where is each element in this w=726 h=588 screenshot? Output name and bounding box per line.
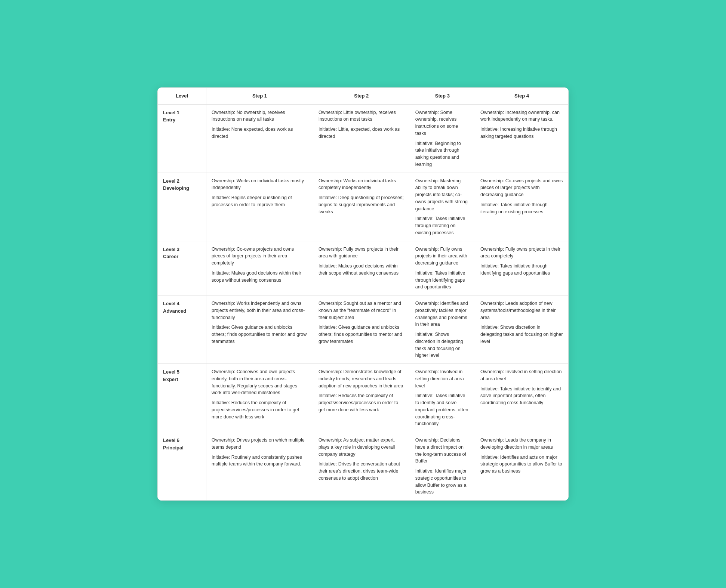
cell-3-2: Ownership: Identifies and proactively ta… xyxy=(410,295,475,364)
cell-paragraph: Initiative: Takes initiative through ide… xyxy=(415,270,470,291)
cell-paragraph: Initiative: Takes initiative through ide… xyxy=(480,263,563,277)
cell-5-0: Ownership: Drives projects on which mult… xyxy=(206,432,313,501)
cell-paragraph: Initiative: Increasing initiative throug… xyxy=(480,126,563,140)
cell-paragraph: Ownership: Fully owns projects in their … xyxy=(319,246,404,260)
level-cell-2: Level 3Career xyxy=(158,241,206,295)
table-row: Level 2DevelopingOwnership: Works on ind… xyxy=(158,173,569,241)
levels-table: Level Step 1 Step 2 Step 3 Step 4 Level … xyxy=(157,87,569,501)
cell-1-3: Ownership: Co-owns projects and owns pie… xyxy=(475,173,569,241)
cell-paragraph: Ownership: Fully owns projects in their … xyxy=(480,246,563,260)
cell-paragraph: Initiative: Makes good decisions within … xyxy=(212,270,308,284)
cell-paragraph: Ownership: Works independently and owns … xyxy=(212,300,308,321)
cell-paragraph: Initiative: None expected, does work as … xyxy=(212,126,308,140)
cell-paragraph: Ownership: Co-owns projects and owns pie… xyxy=(480,177,563,198)
cell-paragraph: Ownership: Increasing ownership, can wor… xyxy=(480,109,563,123)
cell-paragraph: Ownership: Leads the company in developi… xyxy=(480,437,563,451)
cell-0-2: Ownership: Some ownership, receives inst… xyxy=(410,104,475,173)
cell-paragraph: Initiative: Identifies major strategic o… xyxy=(415,468,470,496)
cell-paragraph: Ownership: Conceives and own projects en… xyxy=(212,368,308,396)
table-row: Level 6PrincipalOwnership: Drives projec… xyxy=(158,432,569,501)
cell-paragraph: Ownership: Mastering ability to break do… xyxy=(415,177,470,213)
cell-2-3: Ownership: Fully owns projects in their … xyxy=(475,241,569,295)
cell-paragraph: Ownership: Leads adoption of new systems… xyxy=(480,300,563,321)
cell-paragraph: Initiative: Drives the conversation abou… xyxy=(319,461,404,482)
cell-paragraph: Initiative: Gives guidance and unblocks … xyxy=(319,324,404,345)
cell-paragraph: Initiative: Reduces the complexity of pr… xyxy=(319,392,404,413)
cell-paragraph: Initiative: Routinely and consistently p… xyxy=(212,454,308,468)
cell-0-3: Ownership: Increasing ownership, can wor… xyxy=(475,104,569,173)
cell-paragraph: Ownership: Involved in setting direction… xyxy=(415,368,470,389)
cell-4-3: Ownership: Involved in setting direction… xyxy=(475,364,569,432)
cell-5-2: Ownership: Decisions have a direct impac… xyxy=(410,432,475,501)
cell-0-0: Ownership: No ownership, receives instru… xyxy=(206,104,313,173)
cell-2-0: Ownership: Co-owns projects and owns pie… xyxy=(206,241,313,295)
cell-paragraph: Ownership: Drives projects on which mult… xyxy=(212,437,308,451)
cell-4-2: Ownership: Involved in setting direction… xyxy=(410,364,475,432)
level-cell-4: Level 5Expert xyxy=(158,364,206,432)
cell-paragraph: Ownership: Decisions have a direct impac… xyxy=(415,437,470,465)
cell-paragraph: Ownership: No ownership, receives instru… xyxy=(212,109,308,123)
cell-paragraph: Initiative: Takes initiative through ite… xyxy=(480,201,563,216)
level-cell-0: Level 1Entry xyxy=(158,104,206,173)
cell-3-1: Ownership: Sought out as a mentor and kn… xyxy=(313,295,410,364)
cell-paragraph: Ownership: Works on individual tasks mos… xyxy=(212,177,308,192)
table-row: Level 5ExpertOwnership: Conceives and ow… xyxy=(158,364,569,432)
table-row: Level 4AdvancedOwnership: Works independ… xyxy=(158,295,569,364)
level-cell-1: Level 2Developing xyxy=(158,173,206,241)
cell-paragraph: Initiative: Shows discretion in delegati… xyxy=(480,324,563,345)
cell-3-3: Ownership: Leads adoption of new systems… xyxy=(475,295,569,364)
cell-paragraph: Initiative: Takes initiative to identify… xyxy=(415,392,470,427)
cell-1-2: Ownership: Mastering ability to break do… xyxy=(410,173,475,241)
cell-paragraph: Initiative: Makes good decisions within … xyxy=(319,263,404,277)
cell-paragraph: Initiative: Identifies and acts on major… xyxy=(480,454,563,475)
cell-5-3: Ownership: Leads the company in developi… xyxy=(475,432,569,501)
cell-paragraph: Initiative: Gives guidance and unblocks … xyxy=(212,324,308,345)
table-header-row: Level Step 1 Step 2 Step 3 Step 4 xyxy=(158,88,569,105)
cell-3-0: Ownership: Works independently and owns … xyxy=(206,295,313,364)
cell-4-1: Ownership: Demonstrates knowledge of ind… xyxy=(313,364,410,432)
cell-paragraph: Initiative: Takes initiative to identify… xyxy=(480,386,563,406)
cell-paragraph: Initiative: Beginning to take initiative… xyxy=(415,140,470,168)
cell-1-1: Ownership: Works on individual tasks com… xyxy=(313,173,410,241)
main-card: Level Step 1 Step 2 Step 3 Step 4 Level … xyxy=(157,87,569,501)
cell-paragraph: Initiative: Deep questioning of processe… xyxy=(319,194,404,215)
header-step1: Step 1 xyxy=(206,88,313,105)
cell-paragraph: Initiative: Little, expected, does work … xyxy=(319,126,404,140)
cell-paragraph: Initiative: Shows discretion in delegati… xyxy=(415,331,470,359)
cell-5-1: Ownership: As subject matter expert, pla… xyxy=(313,432,410,501)
table-row: Level 1EntryOwnership: No ownership, rec… xyxy=(158,104,569,173)
cell-paragraph: Initiative: Begins deeper questioning of… xyxy=(212,194,308,208)
header-step3: Step 3 xyxy=(410,88,475,105)
cell-paragraph: Ownership: Co-owns projects and owns pie… xyxy=(212,246,308,267)
cell-paragraph: Ownership: Sought out as a mentor and kn… xyxy=(319,300,404,321)
cell-paragraph: Ownership: Involved in setting direction… xyxy=(480,368,563,383)
cell-paragraph: Ownership: Little ownership, receives in… xyxy=(319,109,404,123)
cell-paragraph: Ownership: As subject matter expert, pla… xyxy=(319,437,404,458)
cell-paragraph: Ownership: Identifies and proactively ta… xyxy=(415,300,470,328)
cell-paragraph: Initiative: Reduces the complexity of pr… xyxy=(212,399,308,420)
cell-paragraph: Ownership: Works on individual tasks com… xyxy=(319,177,404,192)
cell-paragraph: Ownership: Some ownership, receives inst… xyxy=(415,109,470,137)
cell-2-2: Ownership: Fully owns projects in their … xyxy=(410,241,475,295)
cell-paragraph: Initiative: Takes initiative through ite… xyxy=(415,215,470,236)
level-cell-3: Level 4Advanced xyxy=(158,295,206,364)
cell-4-0: Ownership: Conceives and own projects en… xyxy=(206,364,313,432)
cell-0-1: Ownership: Little ownership, receives in… xyxy=(313,104,410,173)
table-row: Level 3CareerOwnership: Co-owns projects… xyxy=(158,241,569,295)
cell-paragraph: Ownership: Demonstrates knowledge of ind… xyxy=(319,368,404,389)
cell-paragraph: Ownership: Fully owns projects in their … xyxy=(415,246,470,267)
header-level: Level xyxy=(158,88,206,105)
cell-2-1: Ownership: Fully owns projects in their … xyxy=(313,241,410,295)
cell-1-0: Ownership: Works on individual tasks mos… xyxy=(206,173,313,241)
level-cell-5: Level 6Principal xyxy=(158,432,206,501)
header-step4: Step 4 xyxy=(475,88,569,105)
header-step2: Step 2 xyxy=(313,88,410,105)
